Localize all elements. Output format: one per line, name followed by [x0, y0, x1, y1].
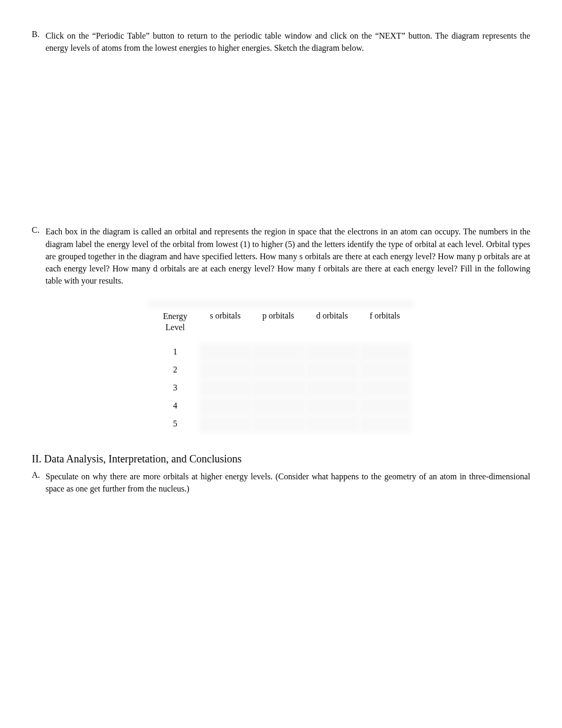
cell-blank	[199, 397, 251, 415]
row-level: 1	[151, 343, 199, 361]
cell-blank	[305, 397, 359, 415]
row-level: 4	[151, 397, 199, 415]
cell-blank	[251, 379, 305, 397]
item-b: B. Click on the “Periodic Table” button …	[32, 30, 530, 54]
cell-blank	[305, 343, 359, 361]
cell-blank	[251, 397, 305, 415]
item-c-text: Each box in the diagram is called an orb…	[46, 225, 530, 287]
item-c: C. Each box in the diagram is called an …	[32, 225, 530, 287]
cell-blank	[199, 379, 251, 397]
table-row: 1	[151, 343, 411, 361]
table-row: 5	[151, 415, 411, 433]
cell-blank	[359, 397, 411, 415]
item-c-label: C.	[32, 225, 46, 287]
row-level: 3	[151, 379, 199, 397]
sketch-area	[32, 56, 530, 225]
item-a-section2: A. Speculate on why there are more orbit…	[32, 470, 530, 495]
table-row: 2	[151, 361, 411, 379]
item-b-text: Click on the “Periodic Table” button to …	[46, 30, 530, 54]
table-row: 3	[151, 379, 411, 397]
cell-blank	[199, 415, 251, 433]
header-energy-level-line1: Energy	[163, 312, 187, 321]
header-d-orbitals: d orbitals	[305, 305, 359, 343]
cell-blank	[199, 361, 251, 379]
cell-blank	[359, 343, 411, 361]
cell-blank	[305, 415, 359, 433]
cell-blank	[251, 361, 305, 379]
cell-blank	[305, 361, 359, 379]
header-energy-level: Energy Level	[151, 305, 199, 343]
cell-blank	[251, 415, 305, 433]
row-level: 5	[151, 415, 199, 433]
header-s-orbitals: s orbitals	[199, 305, 251, 343]
cell-blank	[199, 343, 251, 361]
cell-blank	[359, 379, 411, 397]
header-p-orbitals: p orbitals	[251, 305, 305, 343]
cell-blank	[359, 415, 411, 433]
table-header-row: Energy Level s orbitals p orbitals d orb…	[151, 305, 411, 343]
cell-blank	[305, 379, 359, 397]
item-a-label: A.	[32, 470, 46, 495]
cell-blank	[251, 343, 305, 361]
item-a-text: Speculate on why there are more orbitals…	[46, 470, 530, 495]
header-f-orbitals: f orbitals	[359, 305, 411, 343]
item-b-label: B.	[32, 30, 46, 54]
cell-blank	[359, 361, 411, 379]
orbitals-table-wrap: Energy Level s orbitals p orbitals d orb…	[32, 302, 530, 436]
section-2-heading: II. Data Analysis, Interpretation, and C…	[32, 453, 530, 465]
row-level: 2	[151, 361, 199, 379]
orbitals-table: Energy Level s orbitals p orbitals d orb…	[151, 305, 411, 433]
header-energy-level-line2: Level	[166, 323, 185, 332]
table-row: 4	[151, 397, 411, 415]
